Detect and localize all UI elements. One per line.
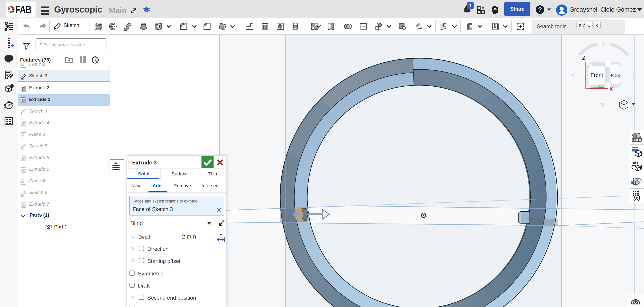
svg-text:Y: Y — [599, 84, 602, 90]
svg-text:X: X — [609, 86, 613, 92]
svg-text:(x): (x) — [633, 194, 640, 201]
svg-text:Z: Z — [582, 55, 586, 61]
svg-text:Front: Front — [590, 72, 603, 78]
svg-text:Right: Right — [611, 73, 620, 77]
svg-text:?: ? — [11, 85, 13, 88]
